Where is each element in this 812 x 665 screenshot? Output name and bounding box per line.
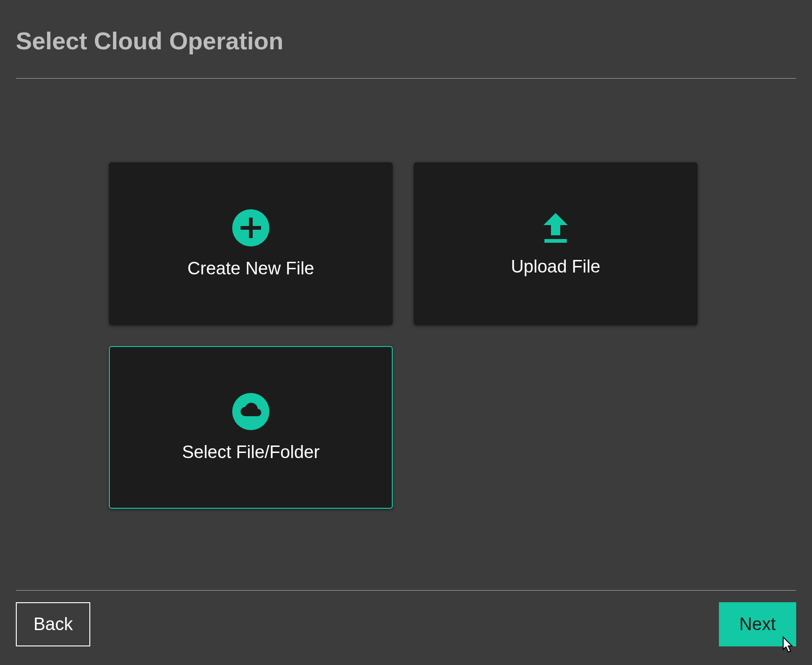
card-upload-file[interactable]: Upload File (414, 162, 698, 325)
card-create-new-file[interactable]: Create New File (109, 162, 393, 325)
card-select-file-folder[interactable]: Select File/Folder (109, 346, 393, 509)
plus-circle-icon (232, 209, 269, 246)
cloud-circle-icon (232, 393, 269, 430)
svg-marker-3 (544, 213, 568, 235)
card-label: Create New File (188, 259, 314, 279)
upload-icon (539, 211, 572, 245)
back-button[interactable]: Back (16, 602, 90, 646)
next-button[interactable]: Next (719, 602, 796, 646)
header-divider (16, 78, 796, 79)
footer-divider (16, 590, 796, 591)
svg-rect-2 (241, 226, 261, 230)
cards-grid: Create New File Upload File Select File/… (109, 162, 796, 509)
page-title: Select Cloud Operation (16, 27, 796, 55)
svg-rect-4 (544, 239, 567, 243)
card-label: Upload File (511, 257, 600, 277)
card-label: Select File/Folder (182, 442, 320, 462)
footer: Back Next (16, 602, 796, 646)
